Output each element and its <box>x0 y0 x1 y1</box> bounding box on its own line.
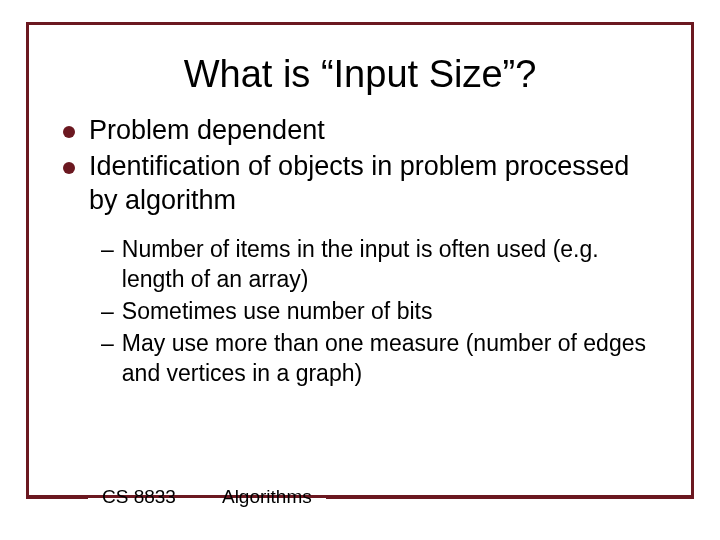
slide-content: Problem dependent Identification of obje… <box>29 96 691 389</box>
sub-bullet-text: May use more than one measure (number of… <box>122 329 657 389</box>
sub-bullet-item: – Number of items in the input is often … <box>101 235 657 295</box>
bullet-text: Identification of objects in problem pro… <box>89 150 657 218</box>
footer-topic-label: Algorithms <box>216 486 326 508</box>
slide-title: What is “Input Size”? <box>29 53 691 96</box>
sub-bullet-item: – Sometimes use number of bits <box>101 297 657 327</box>
dash-icon: – <box>101 329 114 359</box>
dash-icon: – <box>101 235 114 265</box>
slide-frame: What is “Input Size”? Problem dependent … <box>26 22 694 498</box>
bullet-icon <box>63 126 75 138</box>
sub-bullet-text: Sometimes use number of bits <box>122 297 433 327</box>
sub-bullet-list: – Number of items in the input is often … <box>63 235 657 388</box>
bullet-item: Problem dependent <box>63 114 657 148</box>
footer-rule-right <box>326 496 694 499</box>
sub-bullet-text: Number of items in the input is often us… <box>122 235 657 295</box>
slide-footer: CS 8833 Algorithms <box>0 487 720 507</box>
footer-course-label: CS 8833 <box>88 486 186 508</box>
dash-icon: – <box>101 297 114 327</box>
footer-rule-left <box>26 496 88 499</box>
sub-bullet-item: – May use more than one measure (number … <box>101 329 657 389</box>
bullet-icon <box>63 162 75 174</box>
bullet-text: Problem dependent <box>89 114 325 148</box>
bullet-item: Identification of objects in problem pro… <box>63 150 657 218</box>
